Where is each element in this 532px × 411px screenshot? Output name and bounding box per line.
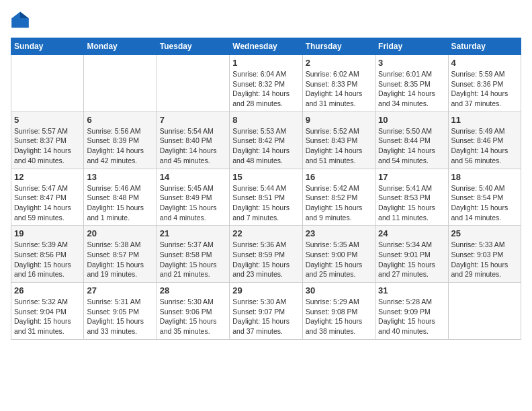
calendar-cell: 24Sunrise: 5:34 AM Sunset: 9:01 PM Dayli… xyxy=(375,226,448,283)
day-detail: Sunrise: 5:40 AM Sunset: 8:54 PM Dayligh… xyxy=(451,183,518,223)
calendar-cell: 27Sunrise: 5:31 AM Sunset: 9:05 PM Dayli… xyxy=(84,283,157,340)
calendar-cell: 23Sunrise: 5:35 AM Sunset: 9:00 PM Dayli… xyxy=(302,226,375,283)
day-number: 13 xyxy=(87,172,153,182)
calendar-table: SundayMondayTuesdayWednesdayThursdayFrid… xyxy=(11,38,521,340)
logo-icon xyxy=(11,11,30,30)
calendar-cell xyxy=(84,55,157,112)
day-number: 1 xyxy=(232,58,299,68)
calendar-cell: 3Sunrise: 6:01 AM Sunset: 8:35 PM Daylig… xyxy=(375,55,448,112)
day-number: 23 xyxy=(306,228,372,238)
day-detail: Sunrise: 5:53 AM Sunset: 8:42 PM Dayligh… xyxy=(232,126,299,166)
calendar-cell xyxy=(157,55,229,112)
calendar-cell: 1Sunrise: 6:04 AM Sunset: 8:32 PM Daylig… xyxy=(230,55,302,112)
day-number: 27 xyxy=(87,285,153,295)
day-detail: Sunrise: 5:44 AM Sunset: 8:51 PM Dayligh… xyxy=(232,183,299,223)
calendar-cell: 14Sunrise: 5:45 AM Sunset: 8:49 PM Dayli… xyxy=(157,169,229,226)
calendar-cell: 10Sunrise: 5:50 AM Sunset: 8:44 PM Dayli… xyxy=(375,111,448,169)
calendar-cell: 21Sunrise: 5:37 AM Sunset: 8:58 PM Dayli… xyxy=(157,226,229,283)
calendar-cell: 11Sunrise: 5:49 AM Sunset: 8:46 PM Dayli… xyxy=(448,111,521,169)
calendar-cell: 2Sunrise: 6:02 AM Sunset: 8:33 PM Daylig… xyxy=(302,55,375,112)
day-number: 8 xyxy=(232,115,299,125)
calendar-week-row: 19Sunrise: 5:39 AM Sunset: 8:56 PM Dayli… xyxy=(11,226,521,283)
day-detail: Sunrise: 5:28 AM Sunset: 9:09 PM Dayligh… xyxy=(378,297,445,336)
weekday-header-monday: Monday xyxy=(84,38,157,55)
day-number: 2 xyxy=(306,58,372,68)
svg-rect-2 xyxy=(11,18,28,28)
calendar-cell: 12Sunrise: 5:47 AM Sunset: 8:47 PM Dayli… xyxy=(11,169,84,226)
day-detail: Sunrise: 5:35 AM Sunset: 9:00 PM Dayligh… xyxy=(306,240,372,279)
calendar-cell: 17Sunrise: 5:41 AM Sunset: 8:53 PM Dayli… xyxy=(375,169,448,226)
day-detail: Sunrise: 5:37 AM Sunset: 8:58 PM Dayligh… xyxy=(160,240,226,279)
calendar-week-row: 26Sunrise: 5:32 AM Sunset: 9:04 PM Dayli… xyxy=(11,283,521,340)
calendar-cell: 6Sunrise: 5:56 AM Sunset: 8:39 PM Daylig… xyxy=(84,111,157,169)
day-number: 14 xyxy=(160,172,226,182)
calendar-cell: 30Sunrise: 5:29 AM Sunset: 9:08 PM Dayli… xyxy=(302,283,375,340)
day-number: 29 xyxy=(232,285,299,295)
calendar-week-row: 5Sunrise: 5:57 AM Sunset: 8:37 PM Daylig… xyxy=(11,111,521,169)
day-number: 3 xyxy=(378,58,445,68)
day-number: 18 xyxy=(451,172,518,182)
calendar-cell: 16Sunrise: 5:42 AM Sunset: 8:52 PM Dayli… xyxy=(302,169,375,226)
calendar-cell: 26Sunrise: 5:32 AM Sunset: 9:04 PM Dayli… xyxy=(11,283,84,340)
calendar-cell: 4Sunrise: 5:59 AM Sunset: 8:36 PM Daylig… xyxy=(448,55,521,112)
day-detail: Sunrise: 5:39 AM Sunset: 8:56 PM Dayligh… xyxy=(14,240,81,279)
day-number: 11 xyxy=(451,115,518,125)
day-detail: Sunrise: 5:46 AM Sunset: 8:48 PM Dayligh… xyxy=(87,183,153,223)
calendar-cell: 18Sunrise: 5:40 AM Sunset: 8:54 PM Dayli… xyxy=(448,169,521,226)
day-number: 22 xyxy=(232,228,299,238)
calendar-cell: 19Sunrise: 5:39 AM Sunset: 8:56 PM Dayli… xyxy=(11,226,84,283)
day-detail: Sunrise: 5:47 AM Sunset: 8:47 PM Dayligh… xyxy=(14,183,81,223)
day-number: 31 xyxy=(378,285,445,295)
day-number: 12 xyxy=(14,172,81,182)
weekday-header-row: SundayMondayTuesdayWednesdayThursdayFrid… xyxy=(11,38,521,55)
day-detail: Sunrise: 5:32 AM Sunset: 9:04 PM Dayligh… xyxy=(14,297,81,336)
day-number: 4 xyxy=(451,58,518,68)
weekday-header-wednesday: Wednesday xyxy=(230,38,302,55)
day-number: 9 xyxy=(306,115,372,125)
day-detail: Sunrise: 5:38 AM Sunset: 8:57 PM Dayligh… xyxy=(87,240,153,279)
day-number: 19 xyxy=(14,228,81,238)
weekday-header-friday: Friday xyxy=(375,38,448,55)
calendar-cell: 15Sunrise: 5:44 AM Sunset: 8:51 PM Dayli… xyxy=(230,169,302,226)
calendar-cell xyxy=(11,55,84,112)
day-number: 30 xyxy=(306,285,372,295)
day-detail: Sunrise: 5:50 AM Sunset: 8:44 PM Dayligh… xyxy=(378,126,445,166)
day-number: 16 xyxy=(306,172,372,182)
day-detail: Sunrise: 5:57 AM Sunset: 8:37 PM Dayligh… xyxy=(14,126,81,166)
day-number: 5 xyxy=(14,115,81,125)
day-number: 6 xyxy=(87,115,153,125)
day-detail: Sunrise: 5:36 AM Sunset: 8:59 PM Dayligh… xyxy=(232,240,299,279)
calendar-cell: 31Sunrise: 5:28 AM Sunset: 9:09 PM Dayli… xyxy=(375,283,448,340)
day-detail: Sunrise: 5:31 AM Sunset: 9:05 PM Dayligh… xyxy=(87,297,153,336)
calendar-cell: 29Sunrise: 5:30 AM Sunset: 9:07 PM Dayli… xyxy=(230,283,302,340)
page-header xyxy=(11,11,521,30)
calendar-cell: 9Sunrise: 5:52 AM Sunset: 8:43 PM Daylig… xyxy=(302,111,375,169)
day-number: 7 xyxy=(160,115,226,125)
day-detail: Sunrise: 5:29 AM Sunset: 9:08 PM Dayligh… xyxy=(306,297,372,336)
day-detail: Sunrise: 6:04 AM Sunset: 8:32 PM Dayligh… xyxy=(232,69,299,109)
day-detail: Sunrise: 5:34 AM Sunset: 9:01 PM Dayligh… xyxy=(378,240,445,279)
day-detail: Sunrise: 5:49 AM Sunset: 8:46 PM Dayligh… xyxy=(451,126,518,166)
day-detail: Sunrise: 6:01 AM Sunset: 8:35 PM Dayligh… xyxy=(378,69,445,109)
weekday-header-thursday: Thursday xyxy=(302,38,375,55)
calendar-cell: 22Sunrise: 5:36 AM Sunset: 8:59 PM Dayli… xyxy=(230,226,302,283)
weekday-header-saturday: Saturday xyxy=(448,38,521,55)
day-detail: Sunrise: 5:30 AM Sunset: 9:07 PM Dayligh… xyxy=(232,297,299,336)
day-detail: Sunrise: 5:30 AM Sunset: 9:06 PM Dayligh… xyxy=(160,297,226,336)
calendar-cell: 25Sunrise: 5:33 AM Sunset: 9:03 PM Dayli… xyxy=(448,226,521,283)
day-detail: Sunrise: 5:59 AM Sunset: 8:36 PM Dayligh… xyxy=(451,69,518,109)
day-detail: Sunrise: 5:33 AM Sunset: 9:03 PM Dayligh… xyxy=(451,240,518,279)
weekday-header-sunday: Sunday xyxy=(11,38,84,55)
calendar-cell: 7Sunrise: 5:54 AM Sunset: 8:40 PM Daylig… xyxy=(157,111,229,169)
day-number: 24 xyxy=(378,228,445,238)
calendar-week-row: 1Sunrise: 6:04 AM Sunset: 8:32 PM Daylig… xyxy=(11,55,521,112)
day-detail: Sunrise: 5:42 AM Sunset: 8:52 PM Dayligh… xyxy=(306,183,372,223)
day-detail: Sunrise: 5:54 AM Sunset: 8:40 PM Dayligh… xyxy=(160,126,226,166)
day-detail: Sunrise: 5:56 AM Sunset: 8:39 PM Dayligh… xyxy=(87,126,153,166)
day-number: 26 xyxy=(14,285,81,295)
calendar-cell: 8Sunrise: 5:53 AM Sunset: 8:42 PM Daylig… xyxy=(230,111,302,169)
day-detail: Sunrise: 5:45 AM Sunset: 8:49 PM Dayligh… xyxy=(160,183,226,223)
day-number: 20 xyxy=(87,228,153,238)
day-number: 21 xyxy=(160,228,226,238)
day-detail: Sunrise: 5:41 AM Sunset: 8:53 PM Dayligh… xyxy=(378,183,445,223)
